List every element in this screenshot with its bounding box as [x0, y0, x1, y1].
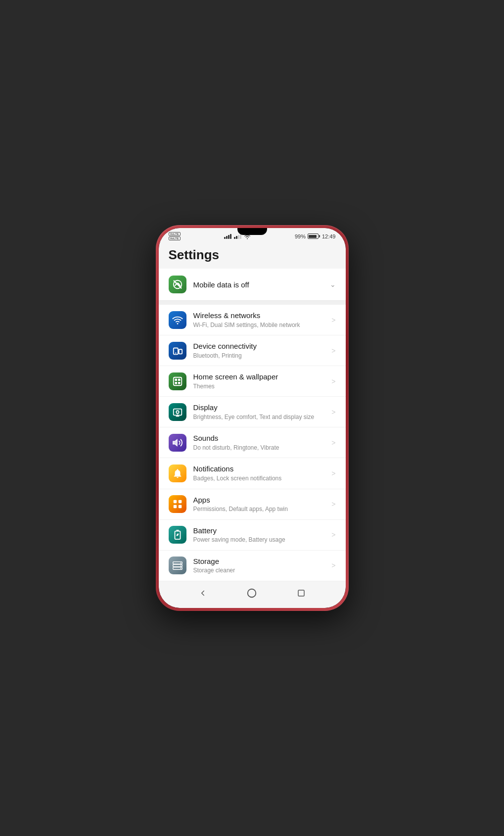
svg-point-31	[248, 589, 256, 598]
settings-item-storage[interactable]: Storage Storage cleaner >	[159, 551, 346, 581]
notifications-icon	[169, 464, 186, 482]
svg-rect-4	[179, 349, 182, 354]
screen: VoLTE VoLTE	[159, 228, 346, 608]
mobile-data-banner[interactable]: Mobile data is off ⌄	[159, 269, 346, 301]
display-title: Display	[193, 403, 332, 413]
homescreen-text: Home screen & wallpaper Themes	[193, 372, 332, 390]
settings-item-homescreen[interactable]: Home screen & wallpaper Themes >	[159, 366, 346, 397]
time-display: 12:49	[322, 233, 336, 239]
phone-frame: VoLTE VoLTE	[156, 225, 349, 611]
svg-rect-16	[173, 500, 176, 503]
mobile-data-text: Mobile data is off	[193, 280, 330, 289]
settings-item-display[interactable]: Display Brightness, Eye comfort, Text an…	[159, 397, 346, 427]
recents-button[interactable]	[294, 586, 308, 600]
wireless-icon	[169, 311, 186, 329]
sounds-title: Sounds	[193, 433, 332, 443]
display-text: Display Brightness, Eye comfort, Text an…	[193, 403, 332, 421]
homescreen-icon	[169, 372, 186, 390]
svg-point-26	[180, 565, 181, 566]
storage-icon	[169, 557, 186, 574]
chevron-right-icon: >	[331, 439, 335, 447]
apps-icon	[169, 495, 186, 513]
chevron-right-icon: >	[331, 377, 335, 385]
svg-rect-8	[178, 378, 180, 381]
chevron-right-icon: >	[331, 531, 335, 539]
svg-point-12	[176, 411, 179, 414]
chevron-down-icon: ⌄	[330, 280, 336, 288]
settings-item-wireless[interactable]: Wireless & networks Wi-Fi, Dual SIM sett…	[159, 305, 346, 335]
battery-icon-item	[169, 526, 186, 544]
svg-rect-6	[173, 377, 182, 385]
notch	[237, 228, 267, 235]
battery-time: 99% 12:49	[295, 233, 336, 239]
battery-text: Battery Power saving mode, Battery usage	[193, 526, 332, 544]
sounds-icon	[169, 434, 186, 452]
signal-bars-1	[224, 234, 231, 239]
storage-text: Storage Storage cleaner	[193, 557, 332, 575]
device-text: Device connectivity Bluetooth, Printing	[193, 341, 332, 360]
chevron-right-icon: >	[331, 469, 335, 477]
chevron-right-icon: >	[331, 561, 335, 569]
homescreen-subtitle: Themes	[193, 383, 332, 391]
back-button[interactable]	[196, 586, 210, 600]
wireless-subtitle: Wi-Fi, Dual SIM settings, Mobile network	[193, 322, 332, 329]
notifications-title: Notifications	[193, 464, 332, 474]
page-title: Settings	[159, 242, 346, 269]
chevron-right-icon: >	[331, 316, 335, 324]
device-icon	[169, 342, 186, 360]
apps-title: Apps	[193, 495, 332, 505]
svg-rect-11	[173, 409, 182, 415]
apps-subtitle: Permissions, Default apps, App twin	[193, 506, 332, 513]
svg-rect-7	[175, 378, 177, 381]
svg-rect-10	[178, 382, 180, 384]
volte-indicators: VoLTE VoLTE	[169, 232, 181, 240]
chevron-right-icon: >	[331, 347, 335, 355]
chevron-right-icon: >	[331, 408, 335, 416]
svg-rect-32	[298, 590, 304, 596]
svg-marker-15	[173, 440, 177, 446]
storage-subtitle: Storage cleaner	[193, 567, 332, 575]
svg-point-25	[180, 562, 181, 563]
sounds-subtitle: Do not disturb, Ringtone, Vibrate	[193, 444, 332, 452]
svg-rect-17	[178, 500, 181, 503]
settings-group: Wireless & networks Wi-Fi, Dual SIM sett…	[159, 305, 346, 581]
device-subtitle: Bluetooth, Printing	[193, 352, 332, 360]
homescreen-title: Home screen & wallpaper	[193, 372, 332, 382]
mobile-data-icon	[169, 276, 186, 293]
battery-percent: 99%	[295, 233, 306, 239]
wireless-text: Wireless & networks Wi-Fi, Dual SIM sett…	[193, 311, 332, 329]
battery-title: Battery	[193, 526, 332, 536]
chevron-right-icon: >	[331, 500, 335, 508]
storage-title: Storage	[193, 557, 332, 566]
settings-content: Settings Mobile data is off ⌄	[159, 242, 346, 581]
section-divider	[159, 301, 346, 305]
battery-subtitle: Power saving mode, Battery usage	[193, 536, 332, 544]
battery-icon	[308, 233, 320, 239]
settings-item-apps[interactable]: Apps Permissions, Default apps, App twin…	[159, 489, 346, 520]
apps-text: Apps Permissions, Default apps, App twin	[193, 495, 332, 513]
no-mobile-icon	[172, 279, 183, 290]
volte1: VoLTE	[169, 232, 181, 236]
svg-rect-18	[173, 505, 176, 508]
device-title: Device connectivity	[193, 341, 332, 351]
settings-item-sounds[interactable]: Sounds Do not disturb, Ringtone, Vibrate…	[159, 427, 346, 458]
svg-point-27	[180, 568, 181, 569]
svg-rect-9	[175, 382, 177, 384]
notifications-subtitle: Badges, Lock screen notifications	[193, 475, 332, 483]
display-icon	[169, 403, 186, 421]
wireless-title: Wireless & networks	[193, 311, 332, 321]
settings-item-notifications[interactable]: Notifications Badges, Lock screen notifi…	[159, 458, 346, 489]
home-button[interactable]	[245, 586, 259, 600]
display-subtitle: Brightness, Eye comfort, Text and displa…	[193, 414, 332, 421]
phone-inner: VoLTE VoLTE	[159, 228, 346, 608]
svg-rect-19	[178, 505, 181, 508]
volte2: VoLTE	[169, 236, 181, 240]
svg-point-2	[177, 323, 178, 325]
sounds-text: Sounds Do not disturb, Ringtone, Vibrate	[193, 433, 332, 452]
notifications-text: Notifications Badges, Lock screen notifi…	[193, 464, 332, 482]
nav-bar	[159, 581, 346, 608]
settings-item-device[interactable]: Device connectivity Bluetooth, Printing …	[159, 335, 346, 366]
settings-item-battery[interactable]: Battery Power saving mode, Battery usage…	[159, 520, 346, 551]
